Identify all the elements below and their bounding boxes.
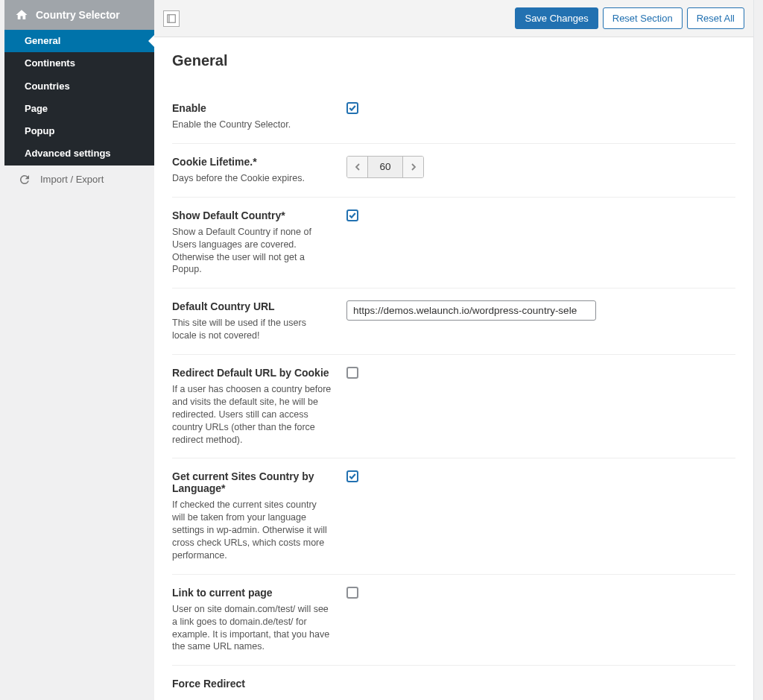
sidebar-item-continents[interactable]: Continents <box>4 52 154 75</box>
field-desc-redirect-cookie: If a user has choosen a country before a… <box>172 383 332 446</box>
svg-rect-0 <box>168 14 176 22</box>
sidebar-item-page[interactable]: Page <box>4 98 154 120</box>
sidebar-item-import-export[interactable]: Import / Export <box>4 165 154 194</box>
expand-button[interactable] <box>163 10 180 27</box>
field-desc-default-url: This site will be used if the users loca… <box>172 317 332 342</box>
field-label-link-current: Link to current page <box>172 587 332 599</box>
field-desc-by-language: If checked the current sites country wil… <box>172 499 332 561</box>
field-desc-show-default: Show a Default Country if none of Users … <box>172 226 332 277</box>
reset-section-button[interactable]: Reset Section <box>603 7 683 29</box>
by-language-checkbox[interactable] <box>346 470 358 482</box>
sidebar-title: Country Selector <box>36 9 120 21</box>
home-icon <box>15 8 28 22</box>
field-desc-link-current: User on site domain.com/test/ will see a… <box>172 603 332 654</box>
sidebar-item-advanced[interactable]: Advanced settings <box>4 142 154 165</box>
sidebar-item-general[interactable]: General <box>4 30 154 52</box>
field-label-enable: Enable <box>172 102 332 114</box>
spinner-increment[interactable] <box>402 157 423 177</box>
cookie-spinner: 60 <box>346 156 424 178</box>
sidebar-nav: General Continents Countries Page Popup … <box>4 30 154 165</box>
expand-icon <box>167 14 176 23</box>
field-desc-enable: Enable the Country Selector. <box>172 119 332 131</box>
default-url-input[interactable] <box>346 300 596 321</box>
enable-checkbox[interactable] <box>346 102 358 114</box>
sidebar-item-countries[interactable]: Countries <box>4 75 154 98</box>
check-icon <box>348 472 357 481</box>
field-label-default-url: Default Country URL <box>172 300 332 312</box>
field-label-by-language: Get current Sites Country by Language* <box>172 470 332 494</box>
sidebar-item-popup[interactable]: Popup <box>4 120 154 142</box>
refresh-icon <box>18 173 31 186</box>
link-current-checkbox[interactable] <box>346 587 358 599</box>
check-icon <box>348 211 357 220</box>
save-button[interactable]: Save Changes <box>515 7 598 29</box>
field-desc-cookie: Days before the Cookie expires. <box>172 172 332 185</box>
spinner-value[interactable]: 60 <box>368 157 402 177</box>
field-label-cookie: Cookie Lifetime.* <box>172 156 332 168</box>
redirect-cookie-checkbox[interactable] <box>346 367 358 379</box>
chevron-left-icon <box>355 163 361 171</box>
sidebar-header: Country Selector <box>4 0 154 30</box>
field-label-redirect-cookie: Redirect Default URL by Cookie <box>172 367 332 379</box>
topbar: Save Changes Reset Section Reset All <box>154 0 753 37</box>
chevron-right-icon <box>411 163 417 171</box>
sidebar-secondary-label: Import / Export <box>40 174 104 185</box>
reset-all-button[interactable]: Reset All <box>687 7 744 29</box>
field-label-show-default: Show Default Country* <box>172 209 332 221</box>
page-title: General <box>172 52 735 69</box>
spinner-decrement[interactable] <box>347 157 368 177</box>
field-label-force-redirect: Force Redirect <box>172 678 332 690</box>
check-icon <box>348 104 357 113</box>
show-default-checkbox[interactable] <box>346 209 358 221</box>
